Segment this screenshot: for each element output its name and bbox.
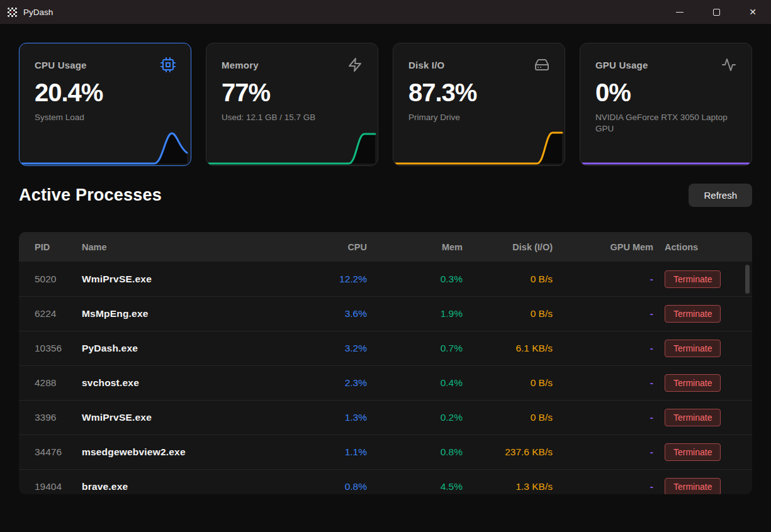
terminate-button[interactable]: Terminate (665, 374, 721, 392)
process-pid: 6224 (35, 308, 82, 319)
gpu-sparkline (580, 126, 751, 165)
table-row: 34476 msedgewebview2.exe 1.1% 0.8% 237.6… (19, 435, 752, 469)
process-gpu-mem: - (553, 481, 653, 492)
table-header-row: PID Name CPU Mem Disk (I/O) GPU Mem Acti… (19, 232, 752, 262)
process-mem: 0.7% (367, 343, 463, 354)
cpu-usage-subtitle: System Load (35, 112, 176, 123)
column-header-gpu-mem: GPU Mem (553, 242, 653, 252)
process-mem: 4.5% (367, 481, 463, 492)
process-gpu-mem: - (553, 377, 653, 389)
processes-header: Active Processes Refresh (19, 184, 752, 207)
window-controls: ✕ (661, 0, 771, 24)
cpu-usage-card[interactable]: CPU Usage 20.4% System Load (19, 43, 191, 166)
process-gpu-mem: - (553, 274, 653, 285)
column-header-actions: Actions (653, 242, 752, 252)
terminate-button[interactable]: Terminate (665, 409, 721, 426)
process-mem: 0.8% (367, 446, 463, 458)
process-name: msedgewebview2.exe (82, 446, 291, 458)
disk-io-card[interactable]: Disk I/O 87.3% Primary Drive (393, 43, 565, 166)
process-disk: 6.1 KB/s (463, 343, 553, 354)
process-disk: 0 B/s (463, 412, 553, 423)
process-gpu-mem: - (553, 308, 653, 319)
process-gpu-mem: - (553, 446, 653, 458)
process-name: WmiPrvSE.exe (82, 274, 291, 285)
disk-sparkline (393, 126, 565, 165)
column-header-cpu: CPU (291, 242, 367, 252)
terminate-button[interactable]: Terminate (665, 270, 721, 288)
process-cpu: 0.8% (291, 481, 367, 492)
process-table: PID Name CPU Mem Disk (I/O) GPU Mem Acti… (19, 232, 752, 494)
titlebar: PyDash ✕ (0, 0, 771, 24)
process-name: PyDash.exe (82, 343, 291, 354)
process-name: MsMpEng.exe (82, 308, 291, 319)
process-disk: 1.3 KB/s (463, 481, 553, 492)
close-button[interactable]: ✕ (734, 0, 771, 24)
minimize-icon (676, 12, 684, 13)
column-header-pid: PID (35, 242, 82, 252)
cpu-chip-icon (160, 57, 176, 72)
gpu-usage-card[interactable]: GPU Usage 0% NVIDIA GeForce RTX 3050 Lap… (580, 43, 752, 166)
zap-icon (347, 57, 363, 72)
table-row: 6224 MsMpEng.exe 3.6% 1.9% 0 B/s - Termi… (19, 296, 752, 331)
process-disk: 0 B/s (463, 308, 553, 319)
process-disk: 0 B/s (463, 377, 553, 389)
cpu-usage-value: 20.4% (35, 79, 176, 107)
process-cpu: 1.1% (291, 446, 367, 458)
table-scrollbar-thumb[interactable] (745, 265, 750, 294)
process-mem: 0.4% (367, 377, 463, 389)
process-cpu: 3.6% (291, 308, 367, 319)
terminate-button[interactable]: Terminate (665, 443, 721, 461)
stat-cards: CPU Usage 20.4% System Load Memory 77% (19, 43, 752, 166)
memory-value: 77% (222, 79, 363, 107)
close-icon: ✕ (749, 7, 757, 17)
process-pid: 19404 (35, 481, 82, 492)
memory-subtitle: Used: 12.1 GB / 15.7 GB (222, 112, 363, 123)
table-row: 19404 brave.exe 0.8% 4.5% 1.3 KB/s - Ter… (19, 469, 752, 494)
terminate-button[interactable]: Terminate (665, 478, 721, 494)
window-title: PyDash (23, 8, 53, 17)
table-row: 10356 PyDash.exe 3.2% 0.7% 6.1 KB/s - Te… (19, 331, 752, 365)
process-name: WmiPrvSE.exe (82, 412, 291, 423)
cpu-sparkline (20, 126, 191, 165)
process-mem: 0.2% (367, 412, 463, 423)
memory-card[interactable]: Memory 77% Used: 12.1 GB / 15.7 GB (206, 43, 378, 166)
table-row: 3396 WmiPrvSE.exe 1.3% 0.2% 0 B/s - Term… (19, 400, 752, 435)
terminate-button[interactable]: Terminate (665, 340, 721, 357)
card-title: Memory (222, 60, 259, 70)
maximize-icon (713, 9, 720, 16)
process-name: brave.exe (82, 481, 291, 492)
table-row: 4288 svchost.exe 2.3% 0.4% 0 B/s - Termi… (19, 365, 752, 400)
process-pid: 4288 (35, 377, 82, 389)
column-header-name: Name (82, 242, 291, 252)
card-title: Disk I/O (408, 60, 444, 70)
process-cpu: 12.2% (291, 274, 367, 285)
card-title: GPU Usage (595, 60, 648, 70)
maximize-button[interactable] (698, 0, 734, 24)
process-pid: 34476 (35, 446, 82, 458)
minimize-button[interactable] (661, 0, 698, 24)
terminate-button[interactable]: Terminate (665, 305, 721, 323)
main-content: CPU Usage 20.4% System Load Memory 77% (0, 43, 771, 494)
process-cpu: 1.3% (291, 412, 367, 423)
card-title: CPU Usage (35, 60, 87, 70)
memory-sparkline (206, 126, 378, 165)
process-pid: 10356 (35, 343, 82, 354)
app-icon (8, 8, 17, 17)
process-pid: 5020 (35, 274, 82, 285)
table-row: 5020 WmiPrvSE.exe 12.2% 0.3% 0 B/s - Ter… (19, 262, 752, 296)
process-cpu: 2.3% (291, 377, 367, 389)
process-disk: 237.6 KB/s (463, 446, 553, 458)
process-gpu-mem: - (553, 412, 653, 423)
disk-io-subtitle: Primary Drive (408, 112, 549, 123)
hard-drive-icon (534, 57, 549, 72)
refresh-button[interactable]: Refresh (689, 184, 752, 207)
process-table-body: 5020 WmiPrvSE.exe 12.2% 0.3% 0 B/s - Ter… (19, 262, 752, 494)
process-cpu: 3.2% (291, 343, 367, 354)
page-title: Active Processes (19, 186, 162, 205)
activity-icon (721, 57, 736, 72)
process-gpu-mem: - (553, 343, 653, 354)
column-header-disk: Disk (I/O) (463, 242, 553, 252)
process-name: svchost.exe (82, 377, 291, 389)
process-disk: 0 B/s (463, 274, 553, 285)
disk-io-value: 87.3% (408, 79, 549, 107)
